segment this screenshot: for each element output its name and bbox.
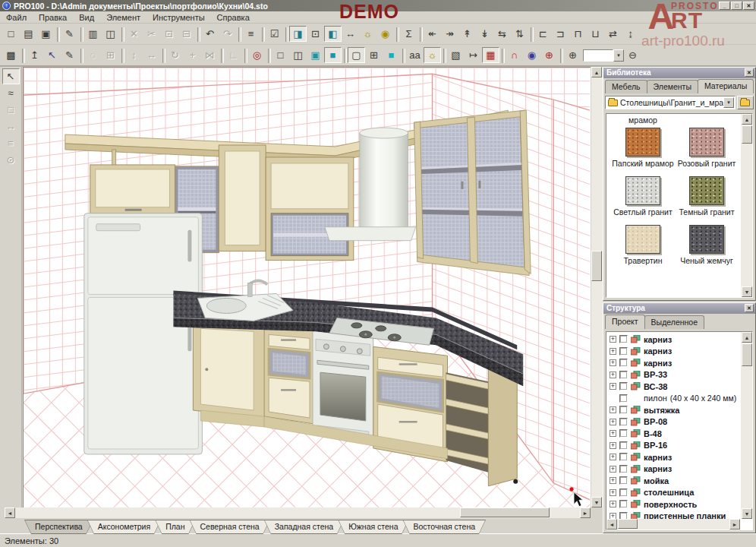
tree-item[interactable]: + ВР-33 <box>606 369 740 381</box>
expander-icon[interactable]: + <box>610 372 616 378</box>
close-icon[interactable]: ✕ <box>745 68 754 77</box>
search-tool-button[interactable]: ⊙ <box>2 152 20 168</box>
checkbox[interactable] <box>619 441 628 450</box>
tree-item[interactable]: + карниз <box>606 463 740 476</box>
preview-window-toggle[interactable]: ⊡ <box>307 26 324 42</box>
expander-icon[interactable]: + <box>610 489 616 496</box>
rotate-button[interactable]: ↻ <box>166 47 184 63</box>
brush-tool-button[interactable]: ≈ <box>2 85 20 101</box>
material-swatch[interactable] <box>689 225 724 254</box>
pointer-mode-button[interactable]: ↖ <box>43 47 61 63</box>
checkbox[interactable] <box>619 335 628 343</box>
expander-icon[interactable]: + <box>610 430 616 437</box>
expander-icon[interactable]: + <box>610 419 616 425</box>
material-swatch[interactable] <box>689 176 724 205</box>
report-button[interactable]: ✎ <box>61 26 78 42</box>
menu-item[interactable]: Правка <box>33 12 73 23</box>
material-swatch[interactable] <box>625 225 660 254</box>
align-top-button[interactable]: ↟ <box>458 26 476 42</box>
library-tab[interactable]: Мебель <box>605 80 647 93</box>
zoom-in-button[interactable]: ⊕ <box>564 47 581 63</box>
paste-button[interactable]: ⊟ <box>178 26 195 42</box>
expander-icon[interactable]: + <box>610 501 616 507</box>
expander-icon[interactable]: + <box>610 477 616 484</box>
view-wireframe-button[interactable]: □ <box>272 47 289 63</box>
material-item[interactable]: Розовый гранит <box>678 128 736 168</box>
select-frame-button[interactable]: ◌ <box>84 47 102 63</box>
move-from-wall-button[interactable]: ⊐ <box>552 26 569 42</box>
checkbox[interactable] <box>619 394 628 403</box>
scroll-up-button[interactable]: ▲ <box>742 332 752 343</box>
tree-item[interactable]: + пилон (40 x 40 x 240 мм) <box>606 393 740 405</box>
snap-grid-button[interactable]: ⊕ <box>540 47 558 63</box>
checkbox[interactable] <box>619 406 628 414</box>
menu-item[interactable]: Элемент <box>100 12 146 23</box>
view-tab[interactable]: План <box>155 520 195 534</box>
move-to-wall-button[interactable]: ⊏ <box>534 26 552 42</box>
select-frame-add-button[interactable]: ⊞ <box>102 47 119 63</box>
materials-list[interactable]: мрамор Папский мрамор Розовый гранит Све… <box>606 113 753 298</box>
delete-button[interactable]: ✕ <box>125 26 143 42</box>
magnet-button[interactable]: ∩ <box>506 47 523 63</box>
align-right-button[interactable]: ↠ <box>441 26 458 42</box>
scroll-up-button[interactable]: ▲ <box>742 114 752 125</box>
redo-button[interactable]: ↷ <box>219 26 236 42</box>
autosave-toggle[interactable]: ◉ <box>376 26 394 42</box>
new-file-button[interactable]: □ <box>2 26 20 42</box>
dimensions-window-toggle[interactable]: ↔ <box>342 26 359 42</box>
scroll-left-button[interactable]: ◄ <box>606 519 617 530</box>
scroll-thumb[interactable] <box>742 125 752 144</box>
tree-item[interactable]: + вытяжка <box>606 404 740 416</box>
view-solid-button[interactable]: ■ <box>383 47 400 63</box>
properties-button[interactable]: ≡ <box>242 26 260 42</box>
collision-button[interactable]: ◎ <box>248 47 266 63</box>
viewport-vertical-scrollbar[interactable]: ▲ ▼ <box>591 67 603 507</box>
material-swatch[interactable] <box>625 128 660 157</box>
snap-right-button[interactable]: ⊔ <box>587 26 604 42</box>
light-window-toggle[interactable]: ☼ <box>359 26 376 42</box>
copy-button[interactable]: ⊡ <box>160 26 178 42</box>
material-partial-label[interactable]: мрамор <box>628 115 657 125</box>
tree-item[interactable]: + поверхность <box>606 498 740 511</box>
tree-item[interactable]: + карниз <box>606 357 740 369</box>
viewport-horizontal-scrollbar[interactable]: ◄ ► <box>5 507 591 518</box>
parent-folder-button[interactable] <box>737 96 754 109</box>
tree-vertical-scrollbar[interactable]: ▲ ▼ <box>741 332 752 519</box>
close-icon[interactable]: ✕ <box>745 304 754 312</box>
scroll-up-button[interactable]: ▲ <box>591 67 602 77</box>
menu-item[interactable]: Справка <box>211 12 256 23</box>
zoom-level-input[interactable] <box>583 49 613 62</box>
tree-item[interactable]: + ВР-16 <box>606 440 740 452</box>
structure-tab[interactable]: Проект <box>605 315 645 329</box>
material-swatch[interactable] <box>625 176 660 205</box>
expander-icon[interactable]: + <box>610 383 616 390</box>
menu-item[interactable]: Вид <box>73 12 100 23</box>
view-colored-button[interactable]: ▣ <box>307 47 324 63</box>
scroll-down-button[interactable]: ▼ <box>591 497 602 507</box>
checkbox[interactable] <box>619 359 628 367</box>
center-vertical-button[interactable]: ⇅ <box>511 26 528 42</box>
scroll-right-button[interactable]: ► <box>580 507 591 518</box>
design-viewport[interactable] <box>23 67 591 507</box>
checkbox[interactable] <box>619 489 628 497</box>
library-tab[interactable]: Элементы <box>647 80 698 93</box>
select-special-button[interactable]: ▩ <box>2 47 20 63</box>
library-path-combobox[interactable]: Столешницы\Гранит_и_мрамо ▼ <box>605 96 736 109</box>
checkbox[interactable] <box>619 476 628 485</box>
scroll-right-button[interactable]: ► <box>729 519 740 530</box>
library-panel-title[interactable]: Библиотека ✕ <box>603 68 755 78</box>
menu-item[interactable]: Файл <box>0 12 33 23</box>
undo-button[interactable]: ↶ <box>201 26 219 42</box>
expander-icon[interactable]: + <box>610 454 616 460</box>
menu-item[interactable]: Инструменты <box>146 12 211 23</box>
view-contour-button[interactable]: ▢ <box>348 47 365 63</box>
expander-icon[interactable]: + <box>610 336 616 343</box>
scroll-left-button[interactable]: ◄ <box>5 507 15 518</box>
tree-item[interactable]: + карниз <box>606 346 740 358</box>
glass-cabinet[interactable] <box>414 110 531 275</box>
project-tree[interactable]: + карниз + карниз <box>606 331 753 530</box>
zoom-dropdown-button[interactable]: ▼ <box>613 49 624 62</box>
expander-icon[interactable]: + <box>610 513 616 519</box>
print-preview-button[interactable]: ◫ <box>102 26 119 42</box>
structure-panel-title[interactable]: Структура ✕ <box>603 303 755 314</box>
